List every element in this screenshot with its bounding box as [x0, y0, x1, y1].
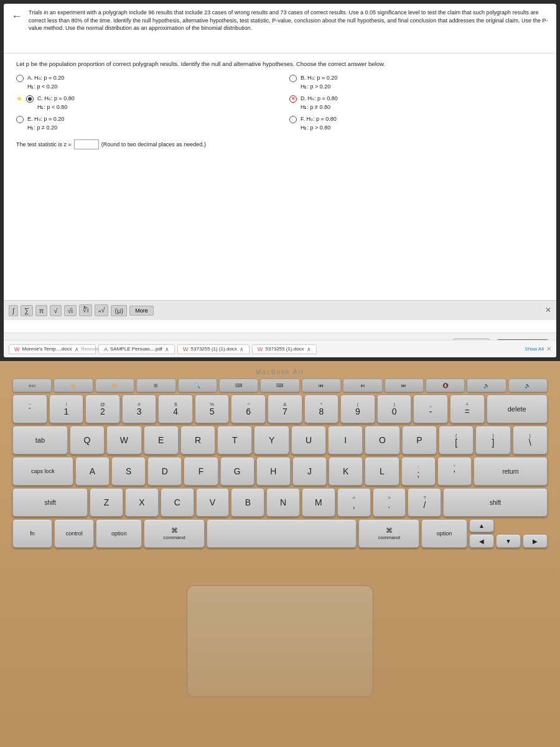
file-tab-0[interactable]: W Monroe's Temp....docx ∧ Removed: [9, 344, 96, 354]
test-statistic-input[interactable]: [74, 139, 99, 149]
key-lbracket[interactable]: {[: [439, 426, 474, 454]
key-4[interactable]: $4: [158, 395, 193, 423]
option-d-radio[interactable]: [289, 95, 297, 103]
key-r[interactable]: R: [180, 426, 215, 454]
math-btn-pi[interactable]: π: [35, 305, 48, 316]
file-tab-3-arrow[interactable]: ∧: [307, 346, 311, 352]
key-right-command[interactable]: ⌘ command: [358, 519, 419, 548]
key-k[interactable]: K: [329, 457, 363, 486]
key-fn[interactable]: fn: [12, 519, 52, 548]
key-b[interactable]: B: [231, 488, 264, 517]
show-all-link[interactable]: Show All: [525, 346, 544, 352]
key-v[interactable]: V: [196, 488, 230, 517]
key-p[interactable]: P: [402, 426, 437, 454]
key-9[interactable]: (9: [340, 395, 375, 423]
option-f[interactable]: F. H₀: p = 0.80H₁: p > 0.80: [289, 115, 544, 132]
fn-key-f11[interactable]: 🔉: [467, 378, 506, 392]
key-capslock[interactable]: caps lock: [12, 457, 73, 486]
trackpad[interactable]: [187, 585, 373, 697]
math-btn-root[interactable]: √: [50, 305, 61, 316]
key-o[interactable]: O: [365, 426, 399, 454]
math-btn-sum[interactable]: ∑: [21, 305, 33, 316]
key-right-shift[interactable]: shift: [443, 488, 548, 517]
math-btn-mu[interactable]: (μ): [111, 305, 127, 316]
key-2[interactable]: @2: [85, 395, 120, 423]
key-backslash[interactable]: |\: [513, 426, 548, 454]
math-btn-ab[interactable]: ₙ√: [95, 304, 108, 316]
file-tab-0-arrow[interactable]: ∧: [75, 346, 79, 352]
key-arrow-left[interactable]: ◀: [469, 534, 494, 548]
key-0[interactable]: )0: [377, 395, 412, 423]
key-semicolon[interactable]: :;: [401, 457, 436, 486]
key-delete[interactable]: delete: [487, 395, 548, 423]
file-tab-1-arrow[interactable]: ∧: [165, 346, 169, 352]
option-a[interactable]: A. H₀: p = 0.20H₁: p < 0.20: [16, 74, 271, 91]
key-left-command[interactable]: ⌘ command: [144, 519, 205, 548]
fn-key-f7[interactable]: ⏮: [302, 378, 341, 392]
option-f-radio[interactable]: [289, 116, 297, 123]
math-btn-sqrt[interactable]: √i: [64, 305, 77, 316]
file-tab-1[interactable]: A SAMPLE Persuas....pdf ∧: [98, 344, 175, 354]
key-y[interactable]: Y: [254, 426, 289, 454]
math-btn-more[interactable]: More: [129, 306, 154, 316]
math-btn-curt[interactable]: ∛i: [79, 304, 92, 316]
key-left-option[interactable]: option: [96, 519, 142, 548]
option-c[interactable]: ★ C. H₀: p = 0.80H₁: p < 0.80: [16, 95, 271, 111]
key-6[interactable]: ^6: [231, 395, 266, 423]
option-e[interactable]: E. H₀: p = 0.20H₁: p ≠ 0.20: [16, 115, 271, 132]
key-arrow-up[interactable]: ▲: [469, 519, 494, 532]
fn-key-f2[interactable]: 🔆: [95, 378, 134, 392]
key-space[interactable]: [207, 519, 357, 548]
fn-key-f10[interactable]: 🔇: [426, 378, 465, 392]
key-comma[interactable]: <,: [337, 488, 371, 517]
key-x[interactable]: X: [125, 488, 159, 517]
option-a-radio[interactable]: [16, 75, 24, 82]
key-f[interactable]: F: [184, 457, 218, 486]
key-g[interactable]: G: [220, 457, 254, 486]
fn-key-f8[interactable]: ⏯: [343, 378, 382, 392]
key-z[interactable]: Z: [90, 488, 123, 517]
option-b-radio[interactable]: [289, 75, 297, 82]
fn-key-f12[interactable]: 🔊: [508, 378, 548, 392]
key-m[interactable]: M: [302, 488, 335, 517]
key-tab[interactable]: tab: [12, 426, 68, 454]
key-l[interactable]: L: [365, 457, 399, 486]
fn-key-f4[interactable]: 🔍: [178, 378, 217, 392]
key-control[interactable]: control: [54, 519, 94, 548]
key-arrow-right[interactable]: ▶: [523, 534, 548, 548]
key-7[interactable]: &7: [268, 395, 302, 423]
key-w[interactable]: W: [106, 426, 141, 454]
math-btn-integral[interactable]: ∫: [9, 305, 18, 316]
key-return[interactable]: return: [474, 457, 548, 486]
key-t[interactable]: T: [217, 426, 252, 454]
file-tab-2-arrow[interactable]: ∧: [240, 346, 244, 352]
fn-key-f1[interactable]: 🔅: [54, 378, 93, 392]
key-left-shift[interactable]: shift: [12, 488, 88, 517]
back-arrow-icon[interactable]: ←: [11, 10, 22, 23]
file-tab-2[interactable]: W 5373255 (1) (1).docx ∧: [177, 344, 250, 354]
option-b[interactable]: B. H₀: p = 0.20H₁: p > 0.20: [289, 74, 544, 91]
key-slash[interactable]: ?/: [408, 488, 441, 517]
option-d[interactable]: D. H₀: p = 0.80H₁: p ≠ 0.80: [289, 95, 544, 111]
option-c-radio[interactable]: [26, 95, 34, 103]
key-1[interactable]: !1: [49, 395, 84, 423]
key-n[interactable]: N: [266, 488, 300, 517]
key-rbracket[interactable]: }]: [475, 426, 510, 454]
key-a[interactable]: A: [75, 457, 110, 486]
key-d[interactable]: D: [147, 457, 182, 486]
key-period[interactable]: >.: [373, 488, 406, 517]
key-arrow-down[interactable]: ▼: [496, 534, 521, 548]
key-3[interactable]: #3: [122, 395, 157, 423]
key-j[interactable]: J: [292, 457, 327, 486]
key-quote[interactable]: "': [437, 457, 472, 486]
key-e[interactable]: E: [144, 426, 179, 454]
key-backtick[interactable]: ~`: [12, 395, 47, 423]
key-h[interactable]: H: [256, 457, 291, 486]
key-8[interactable]: *8: [304, 395, 339, 423]
key-c[interactable]: C: [161, 488, 194, 517]
key-5[interactable]: %5: [195, 395, 230, 423]
taskbar-close-icon[interactable]: ✕: [546, 345, 551, 352]
key-s[interactable]: S: [111, 457, 146, 486]
key-right-option[interactable]: option: [421, 519, 467, 548]
key-equals[interactable]: +=: [450, 395, 485, 423]
